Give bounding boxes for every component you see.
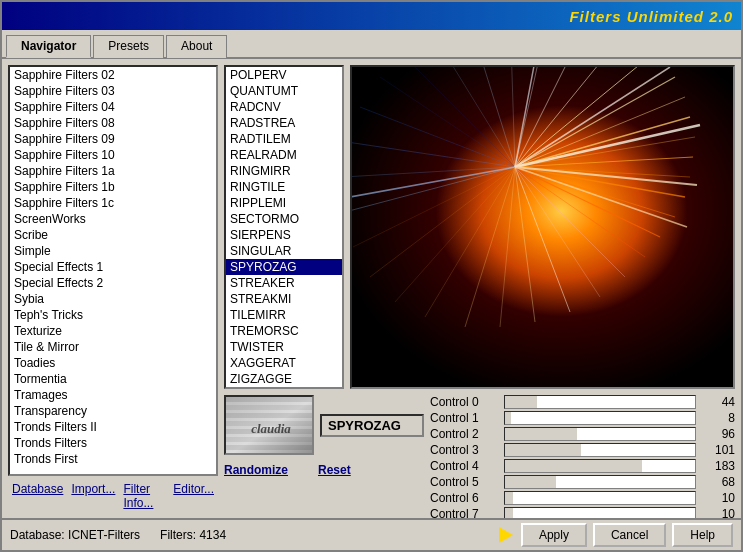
top-right: POLPERVQUANTUMTRADCNVRADSTREARADTILEMREA… bbox=[224, 65, 735, 389]
filter-list-container[interactable]: POLPERVQUANTUMTRADCNVRADSTREARADTILEMREA… bbox=[224, 65, 344, 389]
category-list-item[interactable]: Tile & Mirror bbox=[10, 339, 216, 355]
filter-list-item[interactable]: ZIGZAGGE bbox=[226, 371, 342, 387]
category-list-item[interactable]: Tramages bbox=[10, 387, 216, 403]
thumbnail-name-area: claudia SPYROZAG Randomize Reset bbox=[224, 395, 424, 518]
control-slider-4[interactable] bbox=[504, 459, 696, 473]
control-label-5: Control 5 bbox=[430, 475, 500, 489]
control-slider-3[interactable] bbox=[504, 443, 696, 457]
database-link[interactable]: Database bbox=[8, 480, 67, 512]
svg-rect-47 bbox=[226, 445, 314, 450]
import-link[interactable]: Import... bbox=[67, 480, 119, 512]
control-slider-fill-2 bbox=[505, 428, 577, 440]
category-list-item[interactable]: Sapphire Filters 08 bbox=[10, 115, 216, 131]
category-list-item[interactable]: Tormentia bbox=[10, 371, 216, 387]
thumbnail-inner: claudia bbox=[226, 397, 312, 453]
category-list-item[interactable]: Transparency bbox=[10, 403, 216, 419]
category-list-item[interactable]: ScreenWorks bbox=[10, 211, 216, 227]
control-label-2: Control 2 bbox=[430, 427, 500, 441]
control-slider-fill-0 bbox=[505, 396, 537, 408]
filter-list-item[interactable]: SINGULAR bbox=[226, 243, 342, 259]
category-list-item[interactable]: Tronds First bbox=[10, 451, 216, 467]
apply-button[interactable]: Apply bbox=[521, 523, 587, 547]
reset-link[interactable]: Reset bbox=[318, 463, 351, 477]
help-button[interactable]: Help bbox=[672, 523, 733, 547]
tab-presets[interactable]: Presets bbox=[93, 35, 164, 58]
filter-list-item[interactable]: REALRADM bbox=[226, 147, 342, 163]
category-list-item[interactable]: Teph's Tricks bbox=[10, 307, 216, 323]
filter-info-link[interactable]: Filter Info... bbox=[119, 480, 169, 512]
category-list-item[interactable]: Sapphire Filters 1c bbox=[10, 195, 216, 211]
category-list-item[interactable]: Texturize bbox=[10, 323, 216, 339]
filter-list-item[interactable]: STREAKER bbox=[226, 275, 342, 291]
category-list-item[interactable]: Scribe bbox=[10, 227, 216, 243]
control-value-2: 96 bbox=[700, 427, 735, 441]
category-list-item[interactable]: Sapphire Filters 04 bbox=[10, 99, 216, 115]
filter-list-item[interactable]: RINGTILE bbox=[226, 179, 342, 195]
svg-rect-42 bbox=[226, 405, 314, 410]
category-list-item[interactable]: Sapphire Filters 1b bbox=[10, 179, 216, 195]
category-list-item[interactable]: Sapphire Filters 09 bbox=[10, 131, 216, 147]
category-list-item[interactable]: Sapphire Filters 1a bbox=[10, 163, 216, 179]
category-list-item[interactable]: Sapphire Filters 10 bbox=[10, 147, 216, 163]
filter-list-item[interactable]: QUANTUMT bbox=[226, 83, 342, 99]
category-list-container: Sapphire Filters 02Sapphire Filters 03Sa… bbox=[8, 65, 218, 476]
control-row: Control 710 bbox=[430, 507, 735, 518]
control-row: Control 610 bbox=[430, 491, 735, 505]
filter-list-item[interactable]: TWISTER bbox=[226, 339, 342, 355]
category-list-item[interactable]: Sapphire Filters 03 bbox=[10, 83, 216, 99]
main-content: Sapphire Filters 02Sapphire Filters 03Sa… bbox=[2, 59, 741, 518]
preview-area bbox=[350, 65, 735, 389]
control-slider-7[interactable] bbox=[504, 507, 696, 518]
svg-rect-46 bbox=[226, 437, 314, 442]
svg-rect-41 bbox=[226, 397, 314, 402]
filter-list-item[interactable]: SECTORMO bbox=[226, 211, 342, 227]
control-label-6: Control 6 bbox=[430, 491, 500, 505]
category-list-item[interactable]: Sybia bbox=[10, 291, 216, 307]
filter-list-item[interactable]: SPYROZAG bbox=[226, 259, 342, 275]
filter-list-item[interactable]: RINGMIRR bbox=[226, 163, 342, 179]
filter-list-item[interactable]: SIERPENS bbox=[226, 227, 342, 243]
control-label-7: Control 7 bbox=[430, 507, 500, 518]
tab-navigator[interactable]: Navigator bbox=[6, 35, 91, 58]
control-slider-2[interactable] bbox=[504, 427, 696, 441]
control-row: Control 044 bbox=[430, 395, 735, 409]
filter-list-item[interactable]: STREAKMI bbox=[226, 291, 342, 307]
control-label-4: Control 4 bbox=[430, 459, 500, 473]
cancel-button[interactable]: Cancel bbox=[593, 523, 666, 547]
filter-list-item[interactable]: POLPERV bbox=[226, 67, 342, 83]
filter-list-item[interactable]: TREMORSC bbox=[226, 323, 342, 339]
filter-list-item[interactable]: RADTILEM bbox=[226, 131, 342, 147]
tab-about[interactable]: About bbox=[166, 35, 227, 58]
control-row: Control 4183 bbox=[430, 459, 735, 473]
filter-list-item[interactable]: RADCNV bbox=[226, 99, 342, 115]
svg-text:claudia: claudia bbox=[251, 421, 291, 436]
control-slider-0[interactable] bbox=[504, 395, 696, 409]
category-list[interactable]: Sapphire Filters 02Sapphire Filters 03Sa… bbox=[10, 67, 216, 474]
filter-name-display: SPYROZAG bbox=[320, 414, 424, 437]
control-slider-fill-1 bbox=[505, 412, 511, 424]
category-list-item[interactable]: Special Effects 2 bbox=[10, 275, 216, 291]
control-value-6: 10 bbox=[700, 491, 735, 505]
filter-list-item[interactable]: RIPPLEMI bbox=[226, 195, 342, 211]
apply-btn-wrapper: Apply bbox=[521, 523, 587, 547]
category-list-item[interactable]: Tronds Filters bbox=[10, 435, 216, 451]
category-list-item[interactable]: Sapphire Filters 02 bbox=[10, 67, 216, 83]
filter-list-item[interactable]: RADSTREA bbox=[226, 115, 342, 131]
filter-list-item[interactable]: XAGGERAT bbox=[226, 355, 342, 371]
apply-arrow-icon bbox=[499, 527, 513, 543]
right-panel: POLPERVQUANTUMTRADCNVRADSTREARADTILEMREA… bbox=[224, 65, 735, 512]
category-list-item[interactable]: Tronds Filters II bbox=[10, 419, 216, 435]
category-list-item[interactable]: Special Effects 1 bbox=[10, 259, 216, 275]
category-list-item[interactable]: Simple bbox=[10, 243, 216, 259]
control-slider-1[interactable] bbox=[504, 411, 696, 425]
category-list-item[interactable]: Toadies bbox=[10, 355, 216, 371]
control-value-4: 183 bbox=[700, 459, 735, 473]
main-window: Filters Unlimited 2.0 Navigator Presets … bbox=[0, 0, 743, 552]
control-label-1: Control 1 bbox=[430, 411, 500, 425]
control-slider-5[interactable] bbox=[504, 475, 696, 489]
left-panel: Sapphire Filters 02Sapphire Filters 03Sa… bbox=[8, 65, 218, 512]
editor-link[interactable]: Editor... bbox=[169, 480, 218, 512]
filter-list-item[interactable]: TILEMIRR bbox=[226, 307, 342, 323]
control-slider-6[interactable] bbox=[504, 491, 696, 505]
randomize-link[interactable]: Randomize bbox=[224, 463, 288, 477]
